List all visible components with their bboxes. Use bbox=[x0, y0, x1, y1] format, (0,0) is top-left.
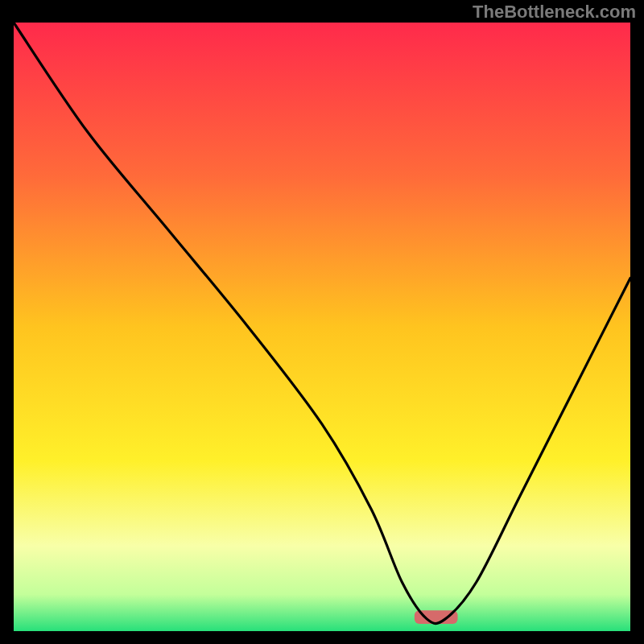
plot-background bbox=[14, 23, 630, 631]
chart-frame: TheBottleneck.com bbox=[0, 0, 644, 644]
bottleneck-chart bbox=[0, 0, 644, 644]
watermark-text: TheBottleneck.com bbox=[473, 2, 636, 23]
